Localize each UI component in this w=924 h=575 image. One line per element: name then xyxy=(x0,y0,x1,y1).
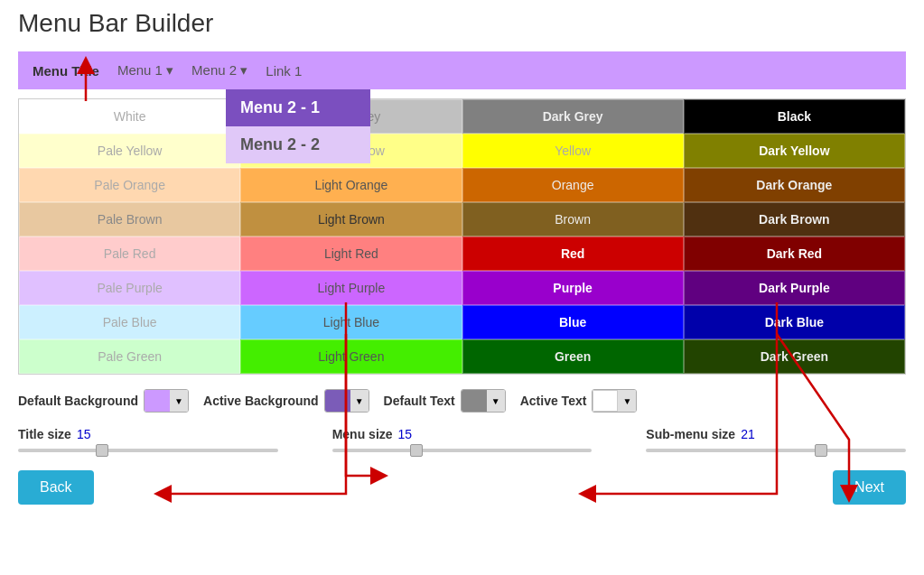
color-grid: WhiteLight GreyDark GreyBlackPale Yellow… xyxy=(18,98,906,375)
menu-item-3[interactable]: Link 1 xyxy=(266,63,302,79)
color-cell-dark-green[interactable]: Dark Green xyxy=(684,339,905,374)
color-cell-pale-brown[interactable]: Pale Brown xyxy=(19,202,240,236)
color-cell-orange[interactable]: Orange xyxy=(462,168,684,202)
color-cell-yellow[interactable]: Yellow xyxy=(462,134,684,168)
menu-size-label: Menu size xyxy=(332,427,393,441)
color-cell-pale-purple[interactable]: Pale Purple xyxy=(19,271,240,305)
color-cell-pale-orange[interactable]: Pale Orange xyxy=(19,168,240,202)
color-cell-light-orange[interactable]: Light Orange xyxy=(240,168,462,202)
title-size-thumb[interactable] xyxy=(96,444,108,457)
title-size-label: Title size xyxy=(18,427,71,441)
submenu-size-group: Sub-menu size 21 xyxy=(646,427,906,452)
active-text-swatch xyxy=(593,390,618,412)
menu-size-value: 15 xyxy=(398,427,413,441)
color-cell-dark-red[interactable]: Dark Red xyxy=(684,236,905,271)
submenu-size-slider[interactable] xyxy=(646,449,906,452)
color-cell-blue[interactable]: Blue xyxy=(462,305,684,339)
default-bg-label: Default Background xyxy=(18,394,138,408)
color-cell-light-brown[interactable]: Light Brown xyxy=(240,202,462,236)
next-button[interactable]: Next xyxy=(833,470,906,505)
page-title: Menu Bar Builder xyxy=(18,9,906,38)
menu-size-thumb[interactable] xyxy=(410,444,423,457)
color-cell-green[interactable]: Green xyxy=(462,339,684,374)
color-cell-pale-yellow[interactable]: Pale Yellow xyxy=(19,134,240,168)
title-size-slider[interactable] xyxy=(18,449,278,452)
color-cell-pale-blue[interactable]: Pale Blue xyxy=(19,305,240,339)
default-bg-select[interactable]: ▼ xyxy=(144,389,189,413)
color-cell-light-purple[interactable]: Light Purple xyxy=(240,271,462,305)
controls-row: Default Background ▼ Active Background ▼… xyxy=(18,389,906,413)
active-bg-group: Active Background ▼ xyxy=(203,389,369,413)
default-text-select[interactable]: ▼ xyxy=(461,389,506,413)
title-size-value: 15 xyxy=(77,427,91,441)
default-text-label: Default Text xyxy=(384,394,455,408)
color-cell-dark-purple[interactable]: Dark Purple xyxy=(684,271,905,305)
menu-size-group: Menu size 15 xyxy=(332,427,593,452)
active-text-arrow[interactable]: ▼ xyxy=(618,390,636,412)
active-bg-arrow[interactable]: ▼ xyxy=(350,390,369,412)
color-cell-dark-brown[interactable]: Dark Brown xyxy=(684,202,905,236)
color-cell-dark-blue[interactable]: Dark Blue xyxy=(684,305,905,339)
menu-title-label: Menu Title xyxy=(33,63,99,79)
title-size-group: Title size 15 xyxy=(18,427,278,452)
default-bg-arrow[interactable]: ▼ xyxy=(170,390,188,412)
color-cell-pale-green[interactable]: Pale Green xyxy=(19,339,240,374)
color-cell-light-red[interactable]: Light Red xyxy=(240,236,462,271)
color-cell-red[interactable]: Red xyxy=(462,236,684,271)
active-text-select[interactable]: ▼ xyxy=(592,389,637,413)
menu-size-slider[interactable] xyxy=(332,449,593,452)
color-cell-pale-red[interactable]: Pale Red xyxy=(19,236,240,271)
submenu-size-label: Sub-menu size xyxy=(646,427,735,441)
color-cell-purple[interactable]: Purple xyxy=(462,271,684,305)
default-bg-group: Default Background ▼ xyxy=(18,389,189,413)
active-bg-select[interactable]: ▼ xyxy=(324,389,369,413)
default-text-group: Default Text ▼ xyxy=(384,389,506,413)
dropdown-item-2[interactable]: Menu 2 - 2 xyxy=(226,126,370,163)
back-button[interactable]: Back xyxy=(18,470,94,505)
color-cell-dark-yellow[interactable]: Dark Yellow xyxy=(684,134,905,168)
color-cell-dark-orange[interactable]: Dark Orange xyxy=(684,168,905,202)
active-text-group: Active Text ▼ xyxy=(520,389,638,413)
dropdown-menu: Menu 2 - 1 Menu 2 - 2 xyxy=(226,89,370,163)
submenu-size-thumb[interactable] xyxy=(815,444,827,457)
color-cell-white[interactable]: White xyxy=(19,99,240,134)
dropdown-item-1[interactable]: Menu 2 - 1 xyxy=(226,89,370,126)
color-cell-light-blue[interactable]: Light Blue xyxy=(240,305,462,339)
menu-item-2[interactable]: Menu 2 ▾ xyxy=(191,62,247,79)
submenu-size-value: 21 xyxy=(741,427,755,441)
footer-row: Back Next xyxy=(18,470,906,505)
size-row: Title size 15 Menu size 15 Sub-menu size… xyxy=(18,427,906,452)
color-cell-light-green[interactable]: Light Green xyxy=(240,339,462,374)
color-cell-brown[interactable]: Brown xyxy=(462,202,684,236)
color-cell-black[interactable]: Black xyxy=(684,99,905,134)
default-text-arrow[interactable]: ▼ xyxy=(487,390,505,412)
menu-item-1[interactable]: Menu 1 ▾ xyxy=(117,62,173,79)
default-text-swatch xyxy=(462,390,487,412)
color-cell-dark-grey[interactable]: Dark Grey xyxy=(462,99,684,134)
default-bg-swatch xyxy=(145,390,170,412)
menu-bar-preview: Menu Title Menu 1 ▾ Menu 2 ▾ Link 1 xyxy=(18,51,906,89)
active-bg-swatch xyxy=(325,390,350,412)
active-bg-label: Active Background xyxy=(203,394,319,408)
active-text-label: Active Text xyxy=(520,394,587,408)
